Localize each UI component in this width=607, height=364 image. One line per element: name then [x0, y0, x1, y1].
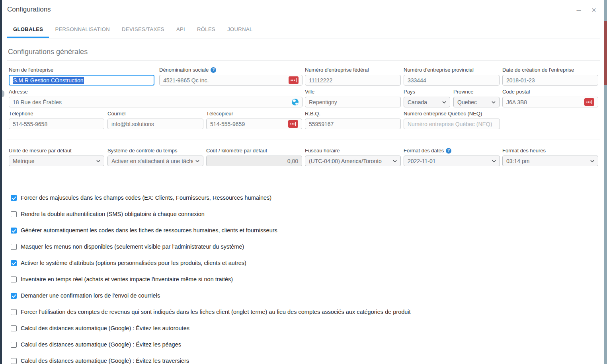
checkbox-icon[interactable]: [11, 358, 17, 364]
courriel-input[interactable]: info@bl.solutions: [107, 119, 203, 129]
chevron-down-icon: [492, 101, 496, 103]
input-mask-icon[interactable]: [288, 120, 298, 128]
tab-devises-taxes[interactable]: DEVISES/TAXES: [116, 24, 170, 38]
checkbox-icon[interactable]: [11, 309, 17, 315]
tab-globales[interactable]: GLOBALES: [7, 24, 49, 38]
checkbox-systeme-attributs[interactable]: Activer le système d'attributs (options …: [11, 260, 411, 266]
checkbox-confirmation-courriels[interactable]: Demander une confirmation lors de l'envo…: [11, 292, 411, 299]
unite-mesure-select[interactable]: Métrique: [9, 156, 104, 166]
checkbox-forcer-majuscules[interactable]: Forcer des majuscules dans les champs co…: [11, 195, 411, 201]
close-icon[interactable]: ×: [589, 6, 598, 14]
field-ville: Ville Repentigny: [305, 89, 401, 107]
field-controle-temps: Système de contrôle du temps Activer en …: [107, 148, 203, 166]
page-title: Configurations: [7, 6, 51, 14]
globe-icon[interactable]: [292, 99, 299, 105]
chevron-down-icon: [195, 160, 199, 162]
placeholder-text: Numéro entreprise Québec (NEQ): [408, 121, 496, 127]
checkbox-icon[interactable]: [11, 260, 17, 266]
field-neq: Numéro entreprise Québec (NEQ) Numéro en…: [404, 111, 500, 129]
code-postal-input[interactable]: J6A 3B8: [502, 97, 598, 107]
field-label: Format des dates: [404, 148, 444, 154]
checkbox-icon[interactable]: [11, 342, 17, 348]
input-mask-icon[interactable]: [584, 98, 594, 106]
field-fuseau-horaire: Fuseau horaire (UTC-04:00) America/Toron…: [305, 148, 401, 166]
telecopieur-input[interactable]: 514-555-9659: [206, 119, 302, 129]
field-unite-mesure: Unité de mesure par défaut Métrique: [9, 148, 104, 166]
checkbox-icon[interactable]: [11, 293, 17, 299]
selected-text: S.M.R Gestion COnstruction: [13, 77, 84, 84]
field-label: Système de contrôle du temps: [107, 148, 203, 154]
rbq-input[interactable]: 55959167: [305, 119, 401, 129]
checkbox-double-authentification[interactable]: Rendre la double authentification (SMS) …: [11, 211, 411, 217]
date-creation-input[interactable]: 2018-01-23: [502, 75, 598, 86]
checkbox-evitez-autoroutes[interactable]: Calcul des distances automatique (Google…: [11, 325, 411, 331]
ville-input[interactable]: Repentigny: [305, 97, 401, 107]
field-code-postal: Code postal J6A 3B8: [502, 89, 598, 107]
divider: [7, 140, 600, 140]
sidebar-collapse-handle[interactable]: [2, 90, 4, 97]
tab-journal[interactable]: JOURNAL: [221, 24, 258, 38]
checkbox-icon[interactable]: [11, 244, 17, 250]
help-icon[interactable]: ?: [446, 148, 451, 154]
field-cout-kilometre: Coût / kilomètre par défaut 0,00: [206, 148, 302, 166]
field-numero-provincial: Numéro d'entreprise provincial 333444: [404, 67, 500, 86]
checkbox-icon[interactable]: [11, 325, 17, 331]
adresse-input[interactable]: 18 Rue des Érables: [9, 97, 303, 107]
minimize-icon[interactable]: –: [574, 6, 583, 14]
chevron-down-icon: [590, 160, 594, 162]
checkbox-evitez-peages[interactable]: Calcul des distances automatique (Google…: [11, 341, 411, 348]
tab-api[interactable]: API: [170, 24, 191, 38]
field-courriel: Courriel info@bl.solutions: [107, 111, 203, 129]
field-pays: Pays Canada: [404, 89, 450, 107]
format-heures-select[interactable]: 03:14 pm: [502, 156, 598, 166]
neq-input[interactable]: Numéro entreprise Québec (NEQ): [404, 119, 500, 129]
pays-select[interactable]: Canada: [404, 97, 450, 107]
denomination-sociale-input[interactable]: 4521-9865 Qc inc.: [159, 75, 303, 86]
field-label: Télécopieur: [206, 111, 302, 117]
field-label: Fuseau horaire: [305, 148, 401, 154]
checkbox-icon[interactable]: [11, 211, 17, 217]
fuseau-horaire-select[interactable]: (UTC-04:00) America/Toronto: [305, 156, 401, 166]
chevron-down-icon: [492, 160, 496, 162]
numero-provincial-input[interactable]: 333444: [404, 75, 500, 86]
checkbox-icon[interactable]: [11, 276, 17, 282]
window-controls: – ×: [574, 6, 598, 14]
input-mask-icon[interactable]: [289, 76, 299, 84]
field-telecopieur: Télécopieur 514-555-9659: [206, 111, 302, 129]
field-label: Téléphone: [9, 111, 104, 117]
nom-entreprise-input[interactable]: S.M.R Gestion COnstruction: [9, 75, 154, 86]
telephone-input[interactable]: 514-555-9658: [9, 119, 104, 129]
divider: [7, 176, 600, 176]
field-date-creation: Date de création de l'entreprise 2018-01…: [502, 67, 598, 86]
checkbox-generer-codes[interactable]: Générer automatiquement les codes dans l…: [11, 227, 411, 234]
field-format-dates: Format des dates? 2022-11-01: [404, 148, 500, 166]
field-label: Pays: [404, 89, 450, 95]
checkbox-masquer-menus[interactable]: Masquer les menus non disponibles (seule…: [11, 243, 411, 250]
field-nom-entreprise: Nom de l'entreprise S.M.R Gestion COnstr…: [9, 67, 154, 86]
chevron-down-icon: [393, 160, 397, 162]
section-title: Configurations générales: [8, 48, 88, 56]
tab-roles[interactable]: RÔLES: [191, 24, 221, 38]
checkbox-evitez-traversiers[interactable]: Calcul des distances automatique (Google…: [11, 358, 411, 364]
chevron-down-icon: [442, 101, 446, 103]
field-label: Numéro d'entreprise provincial: [404, 67, 500, 73]
controle-temps-select[interactable]: Activer en s'attachant à une tâche: [107, 156, 203, 166]
app-sidebar-edge: [0, 0, 2, 364]
checkbox-inventaire-temps-reel[interactable]: Inventaire en temps réel (achats et vent…: [11, 276, 411, 282]
tab-personnalisation[interactable]: PERSONNALISATION: [49, 24, 116, 38]
checkbox-icon[interactable]: [11, 228, 17, 234]
field-telephone: Téléphone 514-555-9658: [9, 111, 104, 129]
checkbox-icon[interactable]: [11, 195, 17, 201]
numero-federal-input[interactable]: 11112222: [305, 75, 401, 86]
format-dates-select[interactable]: 2022-11-01: [404, 156, 500, 166]
field-denomination-sociale: Dénomination sociale? 4521-9865 Qc inc.: [159, 67, 303, 86]
field-label: Coût / kilomètre par défaut: [206, 148, 302, 154]
help-icon[interactable]: ?: [211, 67, 216, 73]
province-select[interactable]: Quebec: [453, 97, 500, 107]
tab-bar: GLOBALES PERSONNALISATION DEVISES/TAXES …: [7, 24, 259, 38]
field-numero-federal: Numéro d'entreprise fédéral 11112222: [305, 67, 401, 86]
field-label: Courriel: [107, 111, 203, 117]
cout-kilometre-input[interactable]: 0,00: [206, 156, 302, 166]
checkbox-comptes-revenus[interactable]: Forcer l'utilisation des comptes de reve…: [11, 309, 411, 315]
scrollbar-thumb[interactable]: [604, 21, 607, 85]
